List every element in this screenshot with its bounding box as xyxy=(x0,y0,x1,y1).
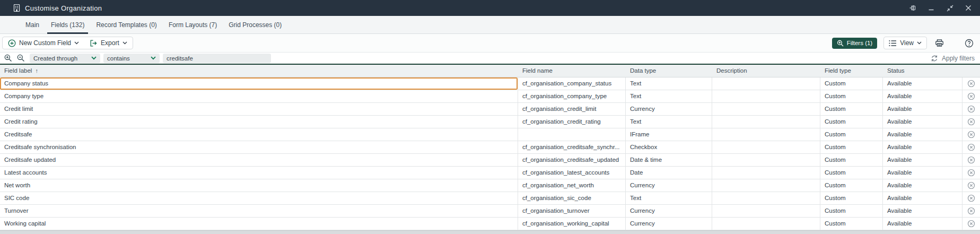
cell-field-label[interactable]: Credit limit xyxy=(0,103,518,116)
cell-field-name[interactable]: cf_organisation_credit_rating xyxy=(518,116,626,128)
cell-field-name[interactable]: cf_organisation_company_status xyxy=(518,77,626,90)
cell-field-type[interactable]: Custom xyxy=(820,128,883,141)
cell-field-type[interactable]: Custom xyxy=(820,90,883,103)
remove-field-icon[interactable] xyxy=(962,116,980,128)
close-icon[interactable] xyxy=(964,4,973,12)
filter-field-select[interactable]: Created through xyxy=(30,54,100,63)
cell-description[interactable] xyxy=(712,77,820,90)
filter-operator-select[interactable]: contains xyxy=(103,54,160,63)
filters-button[interactable]: Filters (1) xyxy=(832,38,878,49)
tab-form-layouts[interactable]: Form Layouts (7) xyxy=(163,16,223,33)
cell-field-label[interactable]: SIC code xyxy=(0,192,518,205)
remove-field-icon[interactable] xyxy=(962,128,980,141)
cell-field-type[interactable]: Custom xyxy=(820,205,883,218)
table-row[interactable]: Latest accountscf_organisation_latest_ac… xyxy=(0,167,980,179)
cell-field-label[interactable]: Net worth xyxy=(0,179,518,192)
cell-data-type[interactable]: Date & time xyxy=(626,154,712,167)
tab-fields[interactable]: Fields (132) xyxy=(45,16,90,33)
cell-status[interactable]: Available xyxy=(883,192,962,205)
table-row[interactable]: Company typecf_organisation_company_type… xyxy=(0,90,980,103)
cell-field-type[interactable]: Custom xyxy=(820,179,883,192)
cell-field-name[interactable]: cf_organisation_net_worth xyxy=(518,179,626,192)
cell-field-type[interactable]: Custom xyxy=(820,141,883,154)
column-header-field-type[interactable]: Field type xyxy=(820,65,883,77)
column-header-field-name[interactable]: Field name xyxy=(518,65,626,77)
tab-record-templates[interactable]: Record Templates (0) xyxy=(90,16,163,33)
cell-field-label[interactable]: Credit rating xyxy=(0,116,518,128)
export-button[interactable]: Export xyxy=(84,37,133,49)
remove-field-icon[interactable] xyxy=(962,218,980,230)
cell-description[interactable] xyxy=(712,116,820,128)
column-header-description[interactable]: Description xyxy=(712,65,820,77)
table-row[interactable]: Turnovercf_organisation_turnoverCurrency… xyxy=(0,205,980,218)
cell-status[interactable]: Available xyxy=(883,179,962,192)
print-icon[interactable] xyxy=(933,37,945,49)
cell-field-name[interactable]: cf_organisation_working_capital xyxy=(518,218,626,230)
cell-field-name[interactable]: cf_organisation_creditsafe_updated xyxy=(518,154,626,167)
table-row[interactable]: SIC codecf_organisation_sic_codeTextCust… xyxy=(0,192,980,205)
cell-field-type[interactable]: Custom xyxy=(820,116,883,128)
cell-status[interactable]: Available xyxy=(883,128,962,141)
cell-field-name[interactable]: cf_organisation_credit_limit xyxy=(518,103,626,116)
cell-field-name[interactable]: cf_organisation_creditsafe_synchr... xyxy=(518,141,626,154)
cell-field-label[interactable]: Working capital xyxy=(0,218,518,230)
cell-status[interactable]: Available xyxy=(883,103,962,116)
cell-data-type[interactable]: Text xyxy=(626,116,712,128)
cell-field-name[interactable]: cf_organisation_company_type xyxy=(518,90,626,103)
bottom-scroll-strip[interactable] xyxy=(0,230,980,234)
zoom-out-filter-icon[interactable] xyxy=(17,54,25,62)
cell-description[interactable] xyxy=(712,141,820,154)
cell-description[interactable] xyxy=(712,218,820,230)
cell-data-type[interactable]: Currency xyxy=(626,103,712,116)
cell-field-name[interactable]: cf_organisation_latest_accounts xyxy=(518,167,626,179)
cell-field-label[interactable]: Turnover xyxy=(0,205,518,218)
apply-filters-button[interactable]: Apply filters xyxy=(931,55,975,62)
zoom-in-filter-icon[interactable] xyxy=(4,54,12,62)
cell-field-label[interactable]: Creditsafe xyxy=(0,128,518,141)
table-row[interactable]: Net worthcf_organisation_net_worthCurren… xyxy=(0,179,980,192)
cell-status[interactable]: Available xyxy=(883,141,962,154)
cell-field-name[interactable]: cf_organisation_turnover xyxy=(518,205,626,218)
cell-status[interactable]: Available xyxy=(883,167,962,179)
cell-description[interactable] xyxy=(712,205,820,218)
cell-data-type[interactable]: IFrame xyxy=(626,128,712,141)
table-row[interactable]: Creditsafe synchronisationcf_organisatio… xyxy=(0,141,980,154)
cell-field-type[interactable]: Custom xyxy=(820,192,883,205)
table-row[interactable]: Company statuscf_organisation_company_st… xyxy=(0,77,980,90)
cell-field-type[interactable]: Custom xyxy=(820,218,883,230)
cell-data-type[interactable]: Text xyxy=(626,90,712,103)
cell-field-type[interactable]: Custom xyxy=(820,167,883,179)
cell-field-name[interactable] xyxy=(518,128,626,141)
view-button[interactable]: View xyxy=(883,37,927,49)
remove-field-icon[interactable] xyxy=(962,167,980,179)
cell-data-type[interactable]: Currency xyxy=(626,218,712,230)
cell-field-label[interactable]: Company status xyxy=(0,77,518,90)
cell-field-type[interactable]: Custom xyxy=(820,103,883,116)
remove-field-icon[interactable] xyxy=(962,141,980,154)
cell-description[interactable] xyxy=(712,192,820,205)
cell-status[interactable]: Available xyxy=(883,77,962,90)
cell-status[interactable]: Available xyxy=(883,154,962,167)
remove-field-icon[interactable] xyxy=(962,90,980,103)
cell-status[interactable]: Available xyxy=(883,90,962,103)
cell-description[interactable] xyxy=(712,90,820,103)
new-custom-field-button[interactable]: New Custom Field xyxy=(3,37,84,49)
minimize-icon[interactable] xyxy=(927,4,935,12)
filter-value-input[interactable] xyxy=(163,54,271,63)
tab-grid-processes[interactable]: Grid Processes (0) xyxy=(223,16,287,33)
remove-field-icon[interactable] xyxy=(962,154,980,167)
cell-field-label[interactable]: Latest accounts xyxy=(0,167,518,179)
column-header-data-type[interactable]: Data type xyxy=(626,65,712,77)
cell-data-type[interactable]: Checkbox xyxy=(626,141,712,154)
table-row[interactable]: Creditsafe updatedcf_organisation_credit… xyxy=(0,154,980,167)
cell-data-type[interactable]: Date xyxy=(626,167,712,179)
column-header-status[interactable]: Status xyxy=(883,65,962,77)
cell-field-name[interactable]: cf_organisation_sic_code xyxy=(518,192,626,205)
help-icon[interactable] xyxy=(963,37,975,49)
remove-field-icon[interactable] xyxy=(962,103,980,116)
restore-icon[interactable] xyxy=(946,4,954,12)
table-row[interactable]: Credit limitcf_organisation_credit_limit… xyxy=(0,103,980,116)
tab-main[interactable]: Main xyxy=(20,16,45,33)
cell-description[interactable] xyxy=(712,154,820,167)
cell-description[interactable] xyxy=(712,103,820,116)
